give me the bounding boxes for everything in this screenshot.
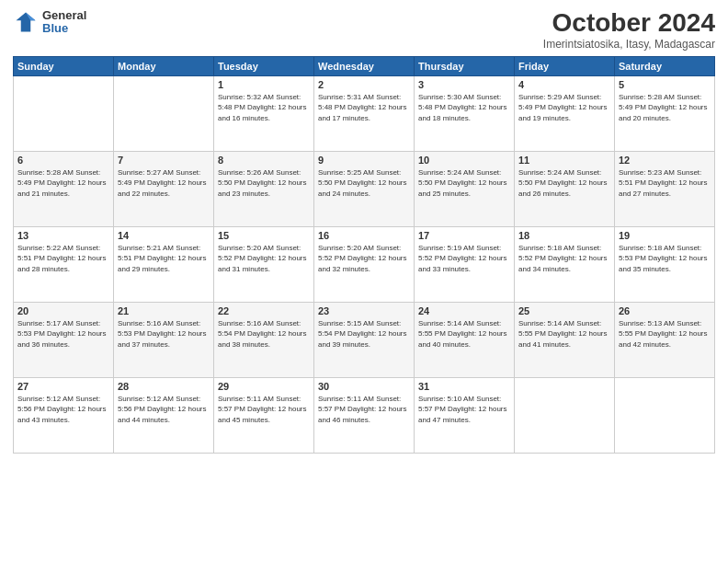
calendar-day: 17Sunrise: 5:19 AM Sunset: 5:52 PM Dayli… bbox=[415, 226, 515, 302]
day-number: 24 bbox=[418, 305, 510, 316]
calendar-day bbox=[114, 75, 214, 151]
day-info: Sunrise: 5:15 AM Sunset: 5:54 PM Dayligh… bbox=[318, 318, 410, 350]
day-number: 15 bbox=[218, 230, 310, 241]
calendar-week-2: 6Sunrise: 5:28 AM Sunset: 5:49 PM Daylig… bbox=[14, 151, 715, 226]
calendar-day: 27Sunrise: 5:12 AM Sunset: 5:56 PM Dayli… bbox=[14, 377, 114, 453]
day-number: 22 bbox=[218, 305, 310, 316]
calendar-title: October 2024 bbox=[543, 9, 715, 38]
day-info: Sunrise: 5:16 AM Sunset: 5:53 PM Dayligh… bbox=[118, 318, 210, 350]
calendar-day: 31Sunrise: 5:10 AM Sunset: 5:57 PM Dayli… bbox=[415, 377, 515, 453]
calendar-day: 9Sunrise: 5:25 AM Sunset: 5:50 PM Daylig… bbox=[314, 151, 415, 226]
calendar-day: 22Sunrise: 5:16 AM Sunset: 5:54 PM Dayli… bbox=[214, 302, 314, 377]
day-number: 13 bbox=[17, 230, 109, 241]
logo: General Blue bbox=[13, 9, 86, 36]
header-monday: Monday bbox=[114, 56, 214, 75]
day-number: 2 bbox=[318, 79, 410, 90]
day-info: Sunrise: 5:31 AM Sunset: 5:48 PM Dayligh… bbox=[318, 92, 410, 124]
day-number: 26 bbox=[619, 305, 711, 316]
day-info: Sunrise: 5:30 AM Sunset: 5:48 PM Dayligh… bbox=[418, 92, 510, 124]
calendar-day: 29Sunrise: 5:11 AM Sunset: 5:57 PM Dayli… bbox=[214, 377, 314, 453]
day-info: Sunrise: 5:14 AM Sunset: 5:55 PM Dayligh… bbox=[518, 318, 610, 350]
calendar-body: 1Sunrise: 5:32 AM Sunset: 5:48 PM Daylig… bbox=[14, 75, 715, 453]
day-info: Sunrise: 5:20 AM Sunset: 5:52 PM Dayligh… bbox=[318, 243, 410, 275]
calendar-day: 23Sunrise: 5:15 AM Sunset: 5:54 PM Dayli… bbox=[314, 302, 415, 377]
day-info: Sunrise: 5:13 AM Sunset: 5:55 PM Dayligh… bbox=[619, 318, 711, 350]
header-wednesday: Wednesday bbox=[314, 56, 415, 75]
calendar-day: 13Sunrise: 5:22 AM Sunset: 5:51 PM Dayli… bbox=[14, 226, 114, 302]
day-info: Sunrise: 5:17 AM Sunset: 5:53 PM Dayligh… bbox=[17, 318, 109, 350]
day-info: Sunrise: 5:18 AM Sunset: 5:52 PM Dayligh… bbox=[518, 243, 610, 275]
calendar-day: 26Sunrise: 5:13 AM Sunset: 5:55 PM Dayli… bbox=[615, 302, 715, 377]
weekday-header-row: Sunday Monday Tuesday Wednesday Thursday… bbox=[14, 56, 715, 75]
header: General Blue October 2024 Imerintsiatosi… bbox=[13, 9, 715, 51]
calendar-day: 6Sunrise: 5:28 AM Sunset: 5:49 PM Daylig… bbox=[14, 151, 114, 226]
day-number: 18 bbox=[518, 230, 610, 241]
calendar-day: 19Sunrise: 5:18 AM Sunset: 5:53 PM Dayli… bbox=[615, 226, 715, 302]
day-info: Sunrise: 5:26 AM Sunset: 5:50 PM Dayligh… bbox=[218, 167, 310, 200]
day-info: Sunrise: 5:24 AM Sunset: 5:50 PM Dayligh… bbox=[518, 167, 610, 200]
day-number: 17 bbox=[418, 230, 510, 241]
day-info: Sunrise: 5:25 AM Sunset: 5:50 PM Dayligh… bbox=[318, 167, 410, 200]
day-info: Sunrise: 5:18 AM Sunset: 5:53 PM Dayligh… bbox=[619, 243, 711, 275]
day-info: Sunrise: 5:24 AM Sunset: 5:50 PM Dayligh… bbox=[418, 167, 510, 200]
day-number: 21 bbox=[118, 305, 210, 316]
day-number: 12 bbox=[619, 155, 711, 166]
calendar-week-1: 1Sunrise: 5:32 AM Sunset: 5:48 PM Daylig… bbox=[14, 75, 715, 151]
day-number: 6 bbox=[17, 155, 109, 166]
calendar-day: 11Sunrise: 5:24 AM Sunset: 5:50 PM Dayli… bbox=[515, 151, 615, 226]
header-friday: Friday bbox=[515, 56, 615, 75]
header-thursday: Thursday bbox=[415, 56, 515, 75]
header-saturday: Saturday bbox=[615, 56, 715, 75]
day-info: Sunrise: 5:22 AM Sunset: 5:51 PM Dayligh… bbox=[17, 243, 109, 275]
calendar-day bbox=[615, 377, 715, 453]
calendar-day: 7Sunrise: 5:27 AM Sunset: 5:49 PM Daylig… bbox=[114, 151, 214, 226]
header-sunday: Sunday bbox=[14, 56, 114, 75]
calendar-day: 8Sunrise: 5:26 AM Sunset: 5:50 PM Daylig… bbox=[214, 151, 314, 226]
day-number: 16 bbox=[318, 230, 410, 241]
calendar-week-4: 20Sunrise: 5:17 AM Sunset: 5:53 PM Dayli… bbox=[14, 302, 715, 377]
logo-general: General bbox=[42, 9, 86, 22]
day-number: 1 bbox=[218, 79, 310, 90]
calendar-table: Sunday Monday Tuesday Wednesday Thursday… bbox=[13, 56, 715, 454]
calendar-day: 5Sunrise: 5:28 AM Sunset: 5:49 PM Daylig… bbox=[615, 75, 715, 151]
day-number: 29 bbox=[218, 381, 310, 392]
day-info: Sunrise: 5:20 AM Sunset: 5:52 PM Dayligh… bbox=[218, 243, 310, 275]
calendar-day: 20Sunrise: 5:17 AM Sunset: 5:53 PM Dayli… bbox=[14, 302, 114, 377]
day-info: Sunrise: 5:19 AM Sunset: 5:52 PM Dayligh… bbox=[418, 243, 510, 275]
day-info: Sunrise: 5:21 AM Sunset: 5:51 PM Dayligh… bbox=[118, 243, 210, 275]
calendar-day bbox=[515, 377, 615, 453]
page: General Blue October 2024 Imerintsiatosi… bbox=[0, 0, 728, 563]
day-number: 5 bbox=[619, 79, 711, 90]
day-number: 3 bbox=[418, 79, 510, 90]
day-number: 14 bbox=[118, 230, 210, 241]
day-number: 28 bbox=[118, 381, 210, 392]
calendar-week-5: 27Sunrise: 5:12 AM Sunset: 5:56 PM Dayli… bbox=[14, 377, 715, 453]
header-tuesday: Tuesday bbox=[214, 56, 314, 75]
day-info: Sunrise: 5:29 AM Sunset: 5:49 PM Dayligh… bbox=[518, 92, 610, 124]
calendar-day: 30Sunrise: 5:11 AM Sunset: 5:57 PM Dayli… bbox=[314, 377, 415, 453]
day-number: 4 bbox=[518, 79, 610, 90]
day-info: Sunrise: 5:32 AM Sunset: 5:48 PM Dayligh… bbox=[218, 92, 310, 124]
svg-marker-0 bbox=[17, 13, 36, 32]
calendar-day: 28Sunrise: 5:12 AM Sunset: 5:56 PM Dayli… bbox=[114, 377, 214, 453]
day-info: Sunrise: 5:14 AM Sunset: 5:55 PM Dayligh… bbox=[418, 318, 510, 350]
title-block: October 2024 Imerintsiatosika, Itasy, Ma… bbox=[543, 9, 715, 51]
day-info: Sunrise: 5:11 AM Sunset: 5:57 PM Dayligh… bbox=[218, 394, 310, 426]
logo-icon bbox=[13, 9, 39, 35]
day-number: 25 bbox=[518, 305, 610, 316]
calendar-day: 15Sunrise: 5:20 AM Sunset: 5:52 PM Dayli… bbox=[214, 226, 314, 302]
day-number: 11 bbox=[518, 155, 610, 166]
calendar-day: 14Sunrise: 5:21 AM Sunset: 5:51 PM Dayli… bbox=[114, 226, 214, 302]
logo-blue: Blue bbox=[42, 22, 86, 35]
calendar-day: 10Sunrise: 5:24 AM Sunset: 5:50 PM Dayli… bbox=[415, 151, 515, 226]
day-number: 31 bbox=[418, 381, 510, 392]
day-number: 19 bbox=[619, 230, 711, 241]
day-info: Sunrise: 5:12 AM Sunset: 5:56 PM Dayligh… bbox=[17, 394, 109, 426]
calendar-day bbox=[14, 75, 114, 151]
day-info: Sunrise: 5:23 AM Sunset: 5:51 PM Dayligh… bbox=[619, 167, 711, 200]
calendar-day: 3Sunrise: 5:30 AM Sunset: 5:48 PM Daylig… bbox=[415, 75, 515, 151]
calendar-day: 25Sunrise: 5:14 AM Sunset: 5:55 PM Dayli… bbox=[515, 302, 615, 377]
calendar-day: 12Sunrise: 5:23 AM Sunset: 5:51 PM Dayli… bbox=[615, 151, 715, 226]
day-info: Sunrise: 5:11 AM Sunset: 5:57 PM Dayligh… bbox=[318, 394, 410, 426]
day-number: 8 bbox=[218, 155, 310, 166]
